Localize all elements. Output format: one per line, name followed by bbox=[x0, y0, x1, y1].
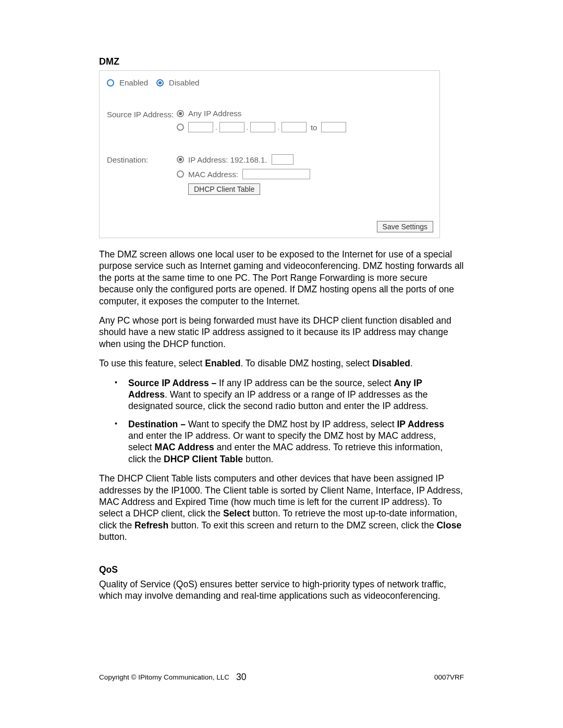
dmz-enable-row: Enabled Disabled bbox=[107, 78, 433, 87]
bullet-list: Source IP Address – If any IP address ca… bbox=[99, 377, 464, 465]
dest-mac-input[interactable] bbox=[242, 169, 310, 179]
source-ip-label: Source IP Address: bbox=[107, 109, 177, 119]
dmz-heading: DMZ bbox=[99, 56, 464, 67]
radio-dest-mac[interactable] bbox=[177, 170, 184, 178]
dest-ip-last-octet[interactable] bbox=[272, 154, 293, 165]
source-ip-row: Source IP Address: Any IP Address . . . … bbox=[107, 109, 433, 137]
src-ip-3[interactable] bbox=[250, 122, 275, 132]
dmz-desc-2: Any PC whose port is being forwarded mus… bbox=[99, 315, 464, 350]
label-disabled: Disabled bbox=[169, 78, 199, 87]
save-settings-button[interactable]: Save Settings bbox=[377, 221, 433, 232]
dhcp-client-table-button[interactable]: DHCP Client Table bbox=[188, 183, 260, 195]
footer-page-number: 30 bbox=[99, 672, 464, 683]
radio-source-range[interactable] bbox=[177, 124, 184, 131]
dmz-desc-1: The DMZ screen allows one local user to … bbox=[99, 249, 464, 307]
src-ip-4[interactable] bbox=[282, 122, 307, 132]
label-dest-mac: MAC Address: bbox=[188, 170, 238, 179]
src-ip-to[interactable] bbox=[321, 122, 346, 132]
src-ip-2[interactable] bbox=[219, 122, 244, 132]
label-source-any: Any IP Address bbox=[188, 109, 241, 118]
label-enabled: Enabled bbox=[119, 78, 148, 87]
source-range-inputs: . . . to bbox=[188, 122, 346, 132]
destination-label: Destination: bbox=[107, 154, 177, 164]
src-ip-1[interactable] bbox=[188, 122, 213, 132]
dmz-panel: Enabled Disabled Source IP Address: Any … bbox=[99, 70, 440, 238]
label-dest-ip: IP Address: 192.168.1. bbox=[188, 155, 267, 164]
radio-disabled[interactable] bbox=[156, 79, 164, 87]
to-label: to bbox=[311, 123, 317, 132]
radio-dest-ip[interactable] bbox=[177, 156, 184, 163]
page-footer: Copyright © IPitomy Communication, LLC 3… bbox=[99, 673, 464, 681]
radio-enabled[interactable] bbox=[107, 79, 114, 87]
body-text: The DMZ screen allows one local user to … bbox=[99, 249, 464, 602]
qos-heading: QoS bbox=[99, 564, 464, 575]
radio-source-any[interactable] bbox=[177, 110, 184, 117]
dhcp-table-desc: The DHCP Client Table lists computers an… bbox=[99, 473, 464, 542]
dmz-desc-3: To use this feature, select Enabled. To … bbox=[99, 357, 464, 369]
destination-row: Destination: IP Address: 192.168.1. MAC … bbox=[107, 154, 433, 195]
qos-desc: Quality of Service (QoS) ensures better … bbox=[99, 578, 464, 602]
bullet-destination: Destination – Want to specify the DMZ ho… bbox=[115, 418, 459, 465]
bullet-source-ip: Source IP Address – If any IP address ca… bbox=[115, 377, 459, 412]
